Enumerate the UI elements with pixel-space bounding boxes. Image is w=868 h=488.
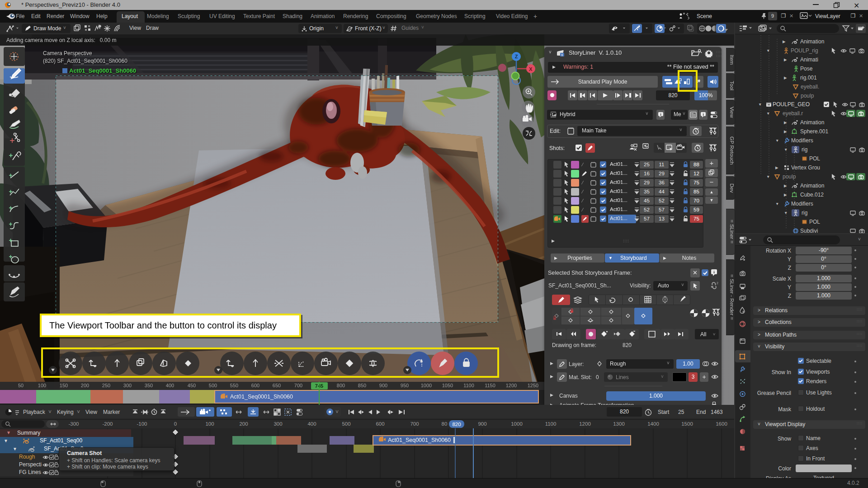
svg-text:0: 0 bbox=[174, 421, 177, 427]
svg-text:900: 900 bbox=[379, 383, 387, 388]
svg-text:1100: 1100 bbox=[545, 421, 557, 427]
svg-text:650: 650 bbox=[273, 383, 281, 388]
svg-text:50: 50 bbox=[18, 383, 24, 388]
svg-text:1500: 1500 bbox=[681, 421, 693, 427]
svg-text:350: 350 bbox=[145, 383, 153, 388]
svg-text:2: 2 bbox=[717, 282, 718, 285]
svg-text:300: 300 bbox=[123, 383, 132, 388]
svg-text:Z: Z bbox=[515, 54, 518, 59]
svg-text:700: 700 bbox=[410, 421, 419, 427]
svg-text:1600: 1600 bbox=[716, 421, 727, 427]
svg-text:1300: 1300 bbox=[613, 421, 625, 427]
svg-text:150: 150 bbox=[60, 383, 68, 388]
svg-text:500: 500 bbox=[342, 421, 350, 427]
svg-text:300: 300 bbox=[274, 421, 282, 427]
svg-text:1000: 1000 bbox=[421, 383, 432, 388]
svg-text:400: 400 bbox=[307, 421, 316, 427]
svg-text:1050: 1050 bbox=[442, 383, 453, 388]
svg-text:500: 500 bbox=[209, 383, 217, 388]
svg-text:200: 200 bbox=[81, 383, 89, 388]
svg-text:-200: -200 bbox=[102, 421, 113, 427]
svg-text:1250: 1250 bbox=[528, 383, 538, 388]
svg-text:1000: 1000 bbox=[511, 421, 523, 427]
svg-text:80: 80 bbox=[442, 421, 448, 427]
svg-text:-100: -100 bbox=[137, 421, 147, 427]
svg-text:600: 600 bbox=[376, 421, 384, 427]
svg-text:400: 400 bbox=[166, 383, 174, 388]
svg-text:1200: 1200 bbox=[579, 421, 591, 427]
svg-text:1100: 1100 bbox=[463, 383, 474, 388]
svg-text:-300: -300 bbox=[68, 421, 79, 427]
svg-text:1150: 1150 bbox=[485, 383, 495, 388]
svg-text:All: All bbox=[700, 331, 706, 338]
svg-text:450: 450 bbox=[188, 383, 196, 388]
svg-text:250: 250 bbox=[102, 383, 110, 388]
svg-text:100: 100 bbox=[38, 383, 46, 388]
svg-text:6: 6 bbox=[561, 53, 563, 56]
svg-text:900: 900 bbox=[478, 421, 486, 427]
svg-text:800: 800 bbox=[337, 383, 345, 388]
svg-text:820: 820 bbox=[452, 422, 461, 427]
svg-text:100: 100 bbox=[205, 421, 214, 427]
svg-text:950: 950 bbox=[401, 383, 409, 388]
svg-text:1400: 1400 bbox=[647, 421, 659, 427]
svg-text:600: 600 bbox=[251, 383, 259, 388]
svg-text:X: X bbox=[529, 66, 533, 72]
svg-text:850: 850 bbox=[358, 383, 366, 388]
svg-text:550: 550 bbox=[230, 383, 238, 388]
svg-text:1200: 1200 bbox=[506, 383, 517, 388]
svg-text:700: 700 bbox=[294, 383, 302, 388]
svg-text:˅: ˅ bbox=[713, 332, 715, 337]
svg-text:200: 200 bbox=[239, 421, 248, 427]
